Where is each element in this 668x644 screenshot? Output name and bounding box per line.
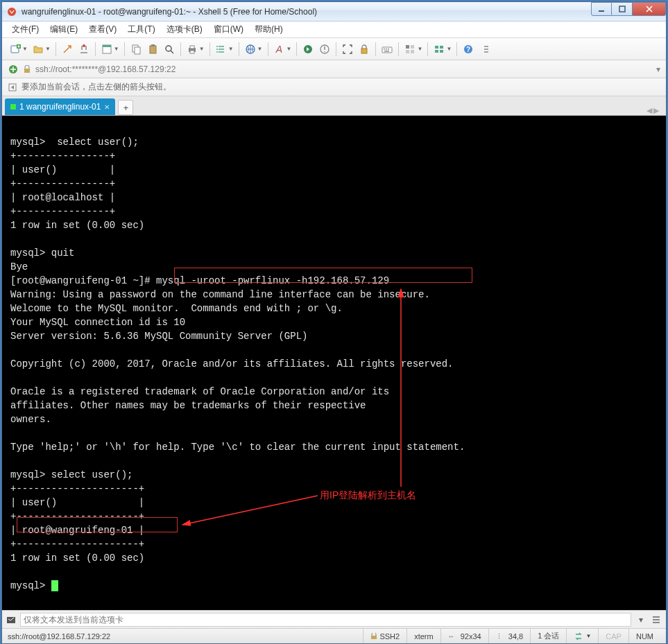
copy-icon[interactable]	[128, 42, 144, 57]
svg-point-17	[216, 49, 218, 50]
lock-icon[interactable]	[357, 42, 372, 57]
dropdown-icon[interactable]: ▼	[199, 46, 205, 52]
dropdown-icon[interactable]: ▼	[257, 46, 263, 52]
help-icon[interactable]: ?	[461, 42, 476, 57]
menu-help[interactable]: 帮助(H)	[250, 22, 287, 37]
separator	[375, 42, 376, 56]
compose-input[interactable]	[20, 613, 631, 627]
svg-line-42	[182, 496, 318, 525]
svg-rect-11	[151, 44, 155, 46]
addressbar: ssh://root:********@192.168.57.129:22 ▾	[2, 60, 666, 78]
dropdown-icon[interactable]: ▼	[228, 46, 234, 52]
window-title: wangruifenglinux-01 - root@wangruifeng-0…	[22, 7, 591, 17]
status-term: xterm	[406, 629, 440, 643]
status-ssh: SSH2	[363, 629, 406, 643]
menu-window[interactable]: 窗口(W)	[209, 22, 248, 37]
svg-rect-30	[406, 50, 409, 53]
hint-text: 要添加当前会话，点击左侧的箭头按钮。	[22, 81, 171, 93]
svg-rect-22	[361, 49, 367, 53]
maximize-button[interactable]	[612, 2, 633, 16]
svg-rect-10	[150, 46, 156, 53]
layout-icon[interactable]	[402, 42, 418, 57]
tab-close-icon[interactable]: ✕	[104, 103, 110, 111]
address-text[interactable]: ssh://root:********@192.168.57.129:22	[35, 64, 652, 74]
svg-rect-33	[440, 46, 443, 49]
disconnect-icon[interactable]	[76, 42, 92, 57]
separator	[268, 42, 268, 56]
svg-point-5	[83, 44, 85, 47]
svg-rect-24	[384, 49, 385, 50]
cursor	[51, 580, 58, 591]
app-icon	[6, 6, 17, 17]
svg-rect-35	[440, 50, 443, 53]
window-controls	[591, 2, 666, 21]
menu-view[interactable]: 查看(V)	[85, 22, 121, 37]
status-sessions: 1 会话	[530, 629, 566, 643]
separator	[336, 42, 336, 56]
status-size: ↔ 92x34	[440, 629, 488, 643]
fullscreen-icon[interactable]	[340, 42, 355, 57]
dropdown-icon[interactable]: ▼	[446, 46, 452, 52]
new-session-icon[interactable]	[8, 42, 23, 57]
dropdown-icon[interactable]: ▼	[417, 46, 422, 52]
statusbar: ssh://root@192.168.57.129:22 SSH2 xterm …	[2, 628, 666, 643]
compose-menu-icon[interactable]	[651, 614, 662, 625]
svg-point-0	[8, 8, 16, 16]
reconnect-icon[interactable]	[60, 42, 75, 57]
svg-point-12	[166, 46, 171, 51]
compose-icon[interactable]	[6, 615, 16, 625]
address-plus-icon[interactable]	[8, 64, 19, 75]
tile-icon[interactable]	[431, 42, 447, 57]
svg-rect-44	[371, 636, 377, 639]
globe-icon[interactable]	[243, 42, 258, 57]
menu-edit[interactable]: 编辑(E)	[46, 22, 82, 37]
status-sync-icon[interactable]: ▼	[566, 629, 598, 643]
close-button[interactable]	[633, 2, 666, 16]
status-dot-icon	[10, 104, 16, 110]
minimize-button[interactable]	[591, 2, 612, 16]
separator	[180, 42, 181, 56]
keyboard-icon[interactable]	[379, 42, 395, 57]
paste-icon[interactable]	[145, 42, 160, 57]
dropdown-icon[interactable]: ▼	[45, 46, 51, 52]
svg-rect-31	[411, 50, 414, 53]
toolbar: ▼ ▼ ▼ ▼ ▼ ▼ A▼ ▼ ▼ ?	[2, 38, 666, 60]
titlebar[interactable]: wangruifenglinux-01 - root@wangruifeng-0…	[2, 2, 666, 21]
hint-icon	[8, 82, 17, 92]
clear-icon[interactable]	[317, 42, 332, 57]
terminal[interactable]: mysql> select user(); +----------------+…	[2, 116, 666, 610]
svg-rect-15	[190, 51, 194, 53]
svg-rect-27	[384, 51, 389, 52]
tab-next-icon[interactable]: ▶	[653, 106, 659, 115]
status-num: NUM	[628, 629, 660, 643]
session-tab[interactable]: 1 wangruifenglinux-01 ✕	[5, 98, 115, 115]
svg-rect-32	[435, 46, 438, 49]
tab-nav: ◀ ▶	[642, 106, 663, 115]
separator	[95, 42, 96, 56]
compose-dropdown-icon[interactable]: ▾	[635, 614, 646, 625]
dropdown-icon[interactable]: ▼	[22, 46, 28, 52]
open-icon[interactable]	[31, 42, 46, 57]
font-icon[interactable]: A	[272, 42, 287, 57]
menu-tools[interactable]: 工具(T)	[123, 22, 159, 37]
status-cap: CAP	[598, 629, 628, 643]
tab-prev-icon[interactable]: ◀	[646, 106, 652, 115]
svg-rect-29	[411, 45, 414, 49]
address-dropdown-icon[interactable]: ▾	[656, 64, 660, 74]
transfer-icon[interactable]	[214, 42, 229, 57]
terminal-output: mysql> select user(); +----------------+…	[10, 137, 465, 591]
properties-icon[interactable]	[99, 42, 114, 57]
add-tab-button[interactable]: +	[118, 100, 133, 115]
dropdown-icon[interactable]: ▼	[114, 46, 119, 52]
menu-tabs[interactable]: 选项卡(B)	[162, 22, 207, 37]
menu-file[interactable]: 文件(F)	[8, 22, 43, 37]
dropdown-icon[interactable]: ▼	[286, 46, 292, 52]
svg-rect-14	[190, 46, 194, 49]
script-icon[interactable]	[300, 42, 316, 57]
hint-bar: 要添加当前会话，点击左侧的箭头按钮。	[2, 78, 666, 96]
search-icon[interactable]	[162, 42, 177, 57]
toolbar-menu-icon[interactable]	[479, 42, 494, 57]
compose-bar: ▾	[2, 610, 666, 628]
separator	[427, 42, 428, 56]
print-icon[interactable]	[185, 42, 200, 57]
